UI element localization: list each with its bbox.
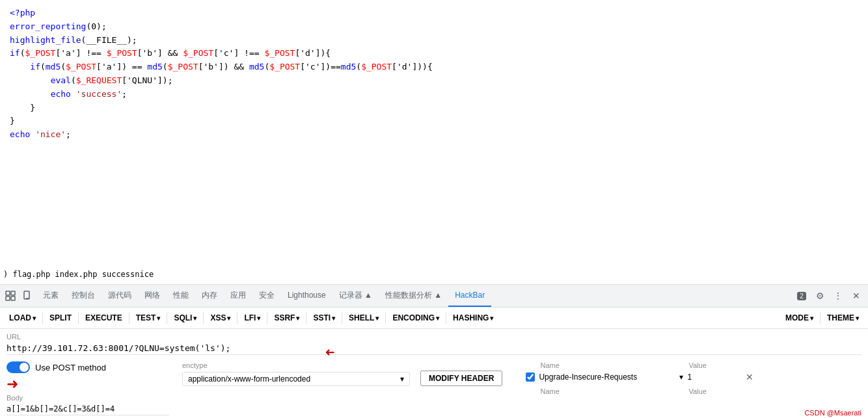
name-col-label: Name [540, 361, 683, 369]
test-button[interactable]: TEST ▾ [132, 311, 165, 324]
encoding-button[interactable]: ENCODING ▾ [388, 311, 443, 324]
url-section: URL [0, 329, 868, 358]
device-icon-btn[interactable] [20, 288, 35, 304]
separator [203, 312, 204, 324]
body-arrow: ➜ [7, 376, 169, 393]
code-line: eval($_REQUEST['QLNU']); [10, 74, 858, 88]
body-enctype-section: Use POST method ➜ Body enctype applicati… [0, 358, 868, 418]
post-toggle-row: Use POST method [7, 361, 169, 373]
url-arrow: ➜ [325, 343, 334, 361]
ssti-button[interactable]: SSTI ▾ [309, 311, 339, 324]
body-label: Body [7, 394, 169, 402]
url-label: URL [7, 333, 861, 341]
watermark: CSDN @Msaerati [804, 409, 861, 417]
body-left: Use POST method ➜ Body [7, 361, 169, 415]
lfi-button[interactable]: LFI ▾ [240, 311, 264, 324]
hackbar-toolbar: LOAD ▾ SPLIT EXECUTE TEST ▾ SQLI ▾ XSS ▾… [0, 307, 868, 329]
ssrf-button[interactable]: SSRF ▾ [270, 311, 303, 324]
post-method-label: Use POST method [35, 363, 106, 372]
enctype-select[interactable]: application/x-www-form-urlencoded ▾ [182, 372, 410, 386]
load-button[interactable]: LOAD ▾ [5, 311, 40, 324]
separator [129, 312, 129, 324]
svg-rect-1 [11, 291, 15, 295]
close-icon-btn[interactable]: ✕ [848, 288, 864, 304]
code-area: <?php error_reporting(0); highlight_file… [0, 0, 868, 285]
sqli-button[interactable]: SQLI ▾ [170, 311, 200, 324]
svg-rect-2 [6, 296, 10, 300]
enctype-caret: ▾ [400, 374, 404, 384]
enctype-value: application/x-www-form-urlencoded [188, 374, 310, 384]
notification-badge-btn[interactable]: 2 [794, 288, 809, 304]
separator [342, 312, 342, 324]
code-line: } [10, 101, 858, 115]
svg-rect-3 [11, 296, 15, 300]
xss-button[interactable]: XSS ▾ [206, 311, 234, 324]
svg-rect-4 [24, 291, 29, 299]
devtools-right-icons: 2 ⚙ ⋮ ✕ [794, 288, 865, 304]
separator [42, 312, 43, 324]
theme-button[interactable]: THEME ▾ [823, 311, 863, 324]
devtools-bar: 元素 控制台 源代码 网络 性能 内存 应用 安全 Lighthouse 记录器… [0, 285, 868, 307]
enctype-row: application/x-www-form-urlencoded ▾ MODI… [182, 371, 502, 386]
svg-rect-0 [6, 291, 10, 295]
tab-sources[interactable]: 源代码 [102, 285, 138, 307]
code-line: } [10, 114, 858, 128]
separator [237, 312, 237, 324]
header-checkbox-1[interactable] [526, 372, 535, 382]
tab-recorder[interactable]: 记录器 ▲ [332, 285, 379, 307]
shell-button[interactable]: SHELL ▾ [345, 311, 383, 324]
tab-memory[interactable]: 内存 [195, 285, 224, 307]
tab-network[interactable]: 网络 [138, 285, 167, 307]
code-line: highlight_file(__FILE__); [10, 34, 858, 47]
tab-lighthouse[interactable]: Lighthouse [281, 285, 332, 307]
tab-hackbar[interactable]: HackBar [448, 285, 491, 307]
header-name-label-2: Name Value [540, 387, 861, 395]
header-labels-row: Name Value [540, 361, 861, 369]
enctype-section: enctype application/x-www-form-urlencode… [182, 361, 502, 386]
tab-console[interactable]: 控制台 [65, 285, 102, 307]
post-method-toggle[interactable] [7, 361, 30, 373]
code-line: if($_POST['a'] !== $_POST['b'] && $_POST… [10, 47, 858, 60]
mode-button[interactable]: MODE ▾ [781, 311, 817, 324]
separator [78, 312, 79, 324]
inspect-icon-btn[interactable] [3, 288, 18, 304]
tab-security[interactable]: 安全 [252, 285, 281, 307]
enctype-label: enctype [182, 361, 502, 369]
body-arrow-container: ➜ [7, 376, 169, 394]
header-name-1: Upgrade-Insecure-Requests [539, 372, 675, 382]
hackbar: LOAD ▾ SPLIT EXECUTE TEST ▾ SQLI ▾ XSS ▾… [0, 307, 868, 418]
tab-application[interactable]: 应用 [224, 285, 252, 307]
code-line: if(md5($_POST['a']) == md5($_POST['b']) … [10, 60, 858, 74]
separator [267, 312, 267, 324]
header-value-1: 1 [687, 372, 739, 382]
url-input[interactable] [7, 342, 861, 355]
modify-header-button[interactable]: MODIFY HEADER [420, 371, 502, 386]
value-col-label: Value [688, 361, 706, 369]
separator [820, 312, 821, 324]
code-line: <?php [10, 7, 858, 20]
separator [306, 312, 306, 324]
separator [385, 312, 386, 324]
split-button[interactable]: SPLIT [46, 311, 75, 324]
header-row-1: Upgrade-Insecure-Requests ▾ 1 ✕ [526, 372, 861, 382]
tab-elements[interactable]: 元素 [36, 285, 65, 307]
more-icon-btn[interactable]: ⋮ [830, 288, 846, 304]
hashing-button[interactable]: HASHING ▾ [449, 311, 497, 324]
separator [167, 312, 167, 324]
devtools-tabs: 元素 控制台 源代码 网络 性能 内存 应用 安全 Lighthouse 记录器… [36, 285, 794, 307]
file-list: ) flag.php index.php successnice [3, 268, 154, 281]
header-close-btn-1[interactable]: ✕ [743, 372, 756, 382]
code-line: echo 'nice'; [10, 128, 858, 142]
settings-icon-btn[interactable]: ⚙ [812, 288, 828, 304]
code-line: error_reporting(0); [10, 20, 858, 34]
tab-performance[interactable]: 性能 [167, 285, 195, 307]
name-col-label-2: Name [540, 387, 683, 395]
body-input[interactable] [7, 403, 169, 415]
value-col-label-2: Value [688, 387, 706, 395]
header-table: Name Value Upgrade-Insecure-Requests ▾ 1… [526, 361, 861, 395]
separator [446, 312, 446, 324]
tab-perf-insights[interactable]: 性能数据分析 ▲ [379, 285, 448, 307]
header-dropdown-1[interactable]: ▾ [679, 372, 683, 382]
code-line: echo 'success'; [10, 88, 858, 101]
execute-button[interactable]: EXECUTE [81, 311, 126, 324]
